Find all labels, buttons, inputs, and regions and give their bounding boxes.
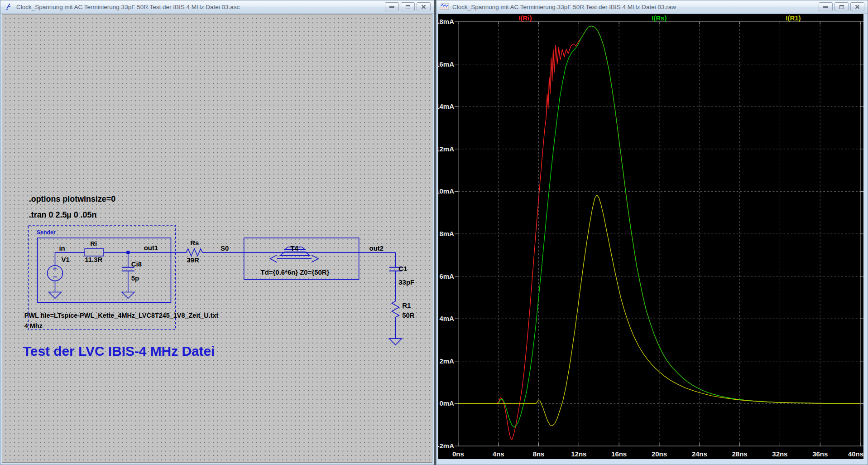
x-axis-tick-label: 0ns bbox=[452, 450, 464, 458]
legend-I(R1)[interactable]: I(R1) bbox=[786, 14, 801, 22]
schematic-window-controls bbox=[385, 2, 431, 11]
y-axis-tick-label: 12mA bbox=[438, 145, 454, 153]
y-axis-tick-label: 6mA bbox=[440, 272, 455, 280]
minimize-button[interactable] bbox=[385, 2, 399, 11]
ground-symbol-r1[interactable] bbox=[389, 339, 402, 345]
y-axis-tick-label: 16mA bbox=[438, 60, 454, 68]
net-label-s0[interactable]: S0 bbox=[221, 244, 229, 252]
junction-dot bbox=[126, 251, 129, 254]
restore-button[interactable] bbox=[401, 2, 415, 11]
component-r1-resistor[interactable] bbox=[392, 300, 399, 319]
wires[interactable] bbox=[55, 252, 396, 339]
x-axis-tick-label: 40ns bbox=[848, 450, 863, 458]
component-value-r1[interactable]: 50R bbox=[402, 311, 415, 319]
component-value-ci8[interactable]: 5p bbox=[131, 274, 139, 282]
component-label-ci8[interactable]: Ci8 bbox=[131, 260, 142, 268]
schematic-titlebar[interactable]: Clock_Spannung mit AC Terminierung 33pF … bbox=[0, 0, 434, 14]
component-label-rs[interactable]: Rs bbox=[190, 239, 199, 247]
x-axis-tick-label: 20ns bbox=[652, 450, 667, 458]
component-label-v1[interactable]: V1 bbox=[61, 256, 69, 263]
y-axis-tick-label: -2mA bbox=[438, 442, 454, 450]
legend-I(Ri)[interactable]: I(Ri) bbox=[518, 14, 532, 22]
y-axis-tick-label: 4mA bbox=[440, 315, 455, 322]
waveform-titlebar[interactable]: Clock_Spannung mit AC Terminierung 33pF … bbox=[436, 0, 868, 14]
pwl-source-text[interactable]: PWL file=LTspice-PWL_Kette_4MHz_LVC8T245… bbox=[24, 312, 219, 319]
component-value-rs[interactable]: 39R bbox=[187, 256, 199, 264]
minimize-icon bbox=[823, 6, 828, 8]
y-axis-tick-label: 18mA bbox=[438, 18, 454, 25]
y-axis-tick-label: 14mA bbox=[438, 102, 454, 110]
close-icon bbox=[421, 5, 426, 9]
y-axis-tick-label: 10mA bbox=[438, 187, 454, 195]
plot-frame bbox=[458, 22, 860, 446]
net-label-in[interactable]: in bbox=[59, 244, 65, 252]
component-label-c1[interactable]: C1 bbox=[398, 265, 407, 272]
y-axis-tick-label: 8mA bbox=[440, 230, 455, 237]
net-label-out1[interactable]: out1 bbox=[144, 244, 158, 252]
legend-I(Rs)[interactable]: I(Rs) bbox=[652, 14, 667, 22]
component-value-t4[interactable]: Td={0.6*6n} Z0={50R} bbox=[261, 268, 330, 276]
x-axis-tick-label: 28ns bbox=[732, 450, 748, 458]
minimize-button[interactable] bbox=[819, 2, 833, 11]
y-axis-tick-label: 0mA bbox=[440, 399, 455, 407]
restore-icon bbox=[839, 5, 844, 9]
y-axis-tick-label: 2mA bbox=[440, 357, 455, 365]
x-axis-tick-label: 24ns bbox=[692, 450, 707, 458]
x-axis-tick-label: 8ns bbox=[533, 450, 545, 458]
spice-directive-options[interactable]: .options plotwinsize=0 bbox=[29, 194, 116, 203]
restore-icon bbox=[406, 5, 410, 9]
schematic-caption[interactable]: Test der LVC IBIS-4 MHz Datei bbox=[23, 344, 215, 358]
waveform-plot: 0ns4ns8ns12ns16ns20ns24ns28ns32ns36ns40n… bbox=[438, 14, 863, 459]
net-label-out2[interactable]: out2 bbox=[369, 244, 384, 252]
schematic-window-title: Clock_Spannung mit AC Terminierung 33pF … bbox=[16, 4, 385, 10]
x-axis-tick-label: 32ns bbox=[772, 450, 787, 458]
schematic-canvas[interactable]: .options plotwinsize=0 .tran 0 2.5µ 0 .0… bbox=[2, 14, 432, 463]
close-button[interactable] bbox=[417, 2, 431, 11]
component-label-r1[interactable]: R1 bbox=[402, 301, 411, 309]
waveform-file-icon bbox=[441, 3, 449, 11]
x-axis-tick-label: 16ns bbox=[611, 450, 627, 458]
waveform-window-title: Clock_Spannung mit AC Terminierung 33pF … bbox=[452, 4, 819, 10]
component-rs-resistor[interactable] bbox=[184, 249, 206, 256]
component-label-t4[interactable]: T4 bbox=[290, 244, 298, 252]
close-button[interactable] bbox=[850, 2, 864, 11]
restore-button[interactable] bbox=[834, 2, 849, 11]
sender-group-label[interactable]: Sender bbox=[37, 229, 56, 236]
component-value-ri[interactable]: 11.3R bbox=[85, 256, 102, 263]
component-ri-resistor[interactable] bbox=[85, 249, 104, 256]
component-value-c1[interactable]: 33pF bbox=[398, 278, 414, 286]
frequency-comment[interactable]: 4 Mhz bbox=[24, 322, 43, 329]
waveform-window: Clock_Spannung mit AC Terminierung 33pF … bbox=[436, 0, 868, 465]
close-icon bbox=[855, 5, 860, 9]
schematic-window: Clock_Spannung mit AC Terminierung 33pF … bbox=[0, 0, 434, 465]
waveform-window-controls bbox=[819, 2, 864, 11]
ground-symbol-ci8[interactable] bbox=[122, 292, 134, 299]
waveform-canvas[interactable]: 0ns4ns8ns12ns16ns20ns24ns28ns32ns36ns40n… bbox=[438, 14, 863, 459]
x-axis-tick-label: 36ns bbox=[812, 450, 828, 458]
schematic-drawing: .options plotwinsize=0 .tran 0 2.5µ 0 .0… bbox=[2, 15, 432, 462]
component-v1-source[interactable] bbox=[48, 266, 63, 281]
spice-directive-tran[interactable]: .tran 0 2.5µ 0 .05n bbox=[29, 210, 97, 219]
component-label-ri[interactable]: Ri bbox=[90, 240, 97, 247]
component-ci8-capacitor[interactable] bbox=[122, 267, 134, 271]
ground-symbol-v1[interactable] bbox=[49, 292, 62, 299]
schematic-file-icon bbox=[5, 3, 13, 11]
x-axis-tick-label: 4ns bbox=[493, 450, 504, 458]
ltspice-desktop: Clock_Spannung mit AC Terminierung 33pF … bbox=[0, 0, 868, 465]
x-axis-tick-label: 12ns bbox=[571, 450, 586, 458]
minimize-icon bbox=[389, 6, 394, 8]
